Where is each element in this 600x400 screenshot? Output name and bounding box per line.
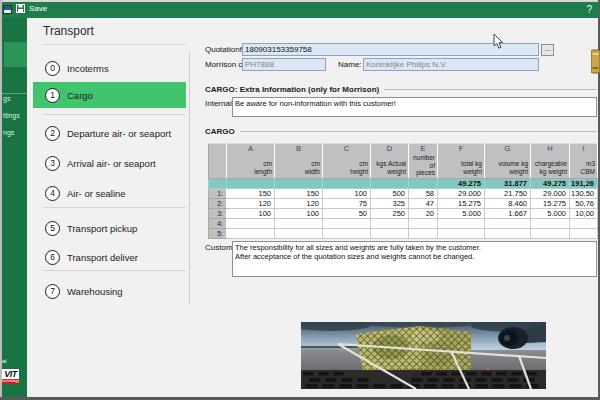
- book-icon[interactable]: [591, 49, 600, 74]
- table-cell[interactable]: [275, 218, 323, 228]
- column-header-C[interactable]: Ccm height: [323, 144, 371, 179]
- wizard-step-transport-deliver[interactable]: 6Transport deliver: [33, 244, 186, 270]
- table-cell[interactable]: 5.000: [438, 208, 485, 218]
- column-header-F[interactable]: Ftotal kg weight: [438, 144, 485, 179]
- table-cell[interactable]: 75: [323, 198, 371, 208]
- column-header-H[interactable]: Hchargeable kg weight: [531, 144, 570, 179]
- internal-info-textarea[interactable]: Be aware for non-information with this c…: [232, 97, 597, 117]
- vendor-logo-subtext: technology: [2, 379, 19, 384]
- window-border-left: [0, 0, 2, 400]
- table-cell[interactable]: [409, 218, 438, 228]
- table-cell[interactable]: 50,76: [570, 198, 598, 208]
- table-cell[interactable]: [323, 218, 371, 228]
- table-cell[interactable]: 21.750: [485, 188, 531, 198]
- table-cell[interactable]: 325: [371, 198, 409, 208]
- column-header-G[interactable]: Gvolume kg weight: [485, 144, 531, 179]
- row-header[interactable]: 5:: [209, 228, 227, 238]
- wizard-step-departure-air-or-seaport[interactable]: 2Departure air- or seaport: [33, 120, 186, 146]
- wizard-step-air-or-sealine[interactable]: 4Air- or sealine: [33, 180, 186, 206]
- cargo-table[interactable]: Acm lengthBcm widthCcm heightDkgs Actual…: [208, 143, 598, 239]
- customer-name-input[interactable]: Koninklijke Philips N.V.: [363, 58, 539, 71]
- table-cell[interactable]: 120: [275, 198, 323, 208]
- table-cell[interactable]: 8.460: [485, 198, 531, 208]
- column-header-B[interactable]: Bcm width: [275, 144, 323, 179]
- help-button[interactable]: ?: [586, 4, 592, 15]
- column-header-A[interactable]: Acm length: [227, 144, 275, 179]
- table-cell[interactable]: [323, 228, 371, 238]
- step-label: Cargo: [67, 90, 93, 101]
- table-cell[interactable]: [275, 228, 323, 238]
- table-cell[interactable]: [438, 218, 485, 228]
- table-cell[interactable]: 100: [275, 208, 323, 218]
- table-cell[interactable]: [570, 228, 598, 238]
- table-cell[interactable]: 15.275: [531, 198, 570, 208]
- table-cell[interactable]: 500: [371, 188, 409, 198]
- morrison-code-input[interactable]: PH7888: [242, 58, 326, 71]
- sidebar-item[interactable]: ngs: [3, 129, 14, 136]
- browse-button[interactable]: ...: [541, 44, 554, 56]
- table-cell[interactable]: [570, 218, 598, 228]
- step-group-divider: [43, 207, 186, 208]
- sidebar: gsttingsngs al VIT technology: [2, 18, 27, 397]
- table-cell[interactable]: 20: [409, 208, 438, 218]
- table-cell[interactable]: [438, 228, 485, 238]
- table-cell[interactable]: [371, 228, 409, 238]
- wizard-step-warehousing[interactable]: 7Warehousing: [33, 278, 186, 304]
- extra-info-group-title: CARGO: Extra Information (only for Morri…: [205, 85, 379, 94]
- row-header[interactable]: 3:: [209, 208, 227, 218]
- table-cell[interactable]: 15.275: [438, 198, 485, 208]
- table-cell[interactable]: [485, 228, 531, 238]
- wizard-step-cargo[interactable]: 1Cargo: [33, 82, 186, 108]
- column-header-E[interactable]: Enumber of pieces: [409, 144, 438, 179]
- table-cell[interactable]: [409, 228, 438, 238]
- table-cell[interactable]: 47: [409, 198, 438, 208]
- wizard-step-arrival-air-or-seaport[interactable]: 3Arrival air- or seaport: [33, 150, 186, 176]
- totals-cell: 49.275: [531, 178, 570, 188]
- customer-info-textarea[interactable]: The responsibility for all sizes and wei…: [232, 241, 597, 277]
- table-cell[interactable]: 120: [227, 198, 275, 208]
- table-cell[interactable]: 130,50: [570, 188, 598, 198]
- table-cell[interactable]: [371, 218, 409, 228]
- table-cell[interactable]: 29.000: [531, 188, 570, 198]
- table-corner-cell: [209, 144, 227, 179]
- table-row: 4:: [209, 218, 598, 228]
- table-cell[interactable]: 50: [323, 208, 371, 218]
- sidebar-item[interactable]: ttings: [3, 112, 20, 119]
- wizard-step-incoterms[interactable]: 0Incoterms: [33, 55, 186, 81]
- wizard-step-transport-pickup[interactable]: 5Transport pickup: [33, 215, 186, 241]
- table-cell[interactable]: 100: [227, 208, 275, 218]
- table-cell[interactable]: [485, 218, 531, 228]
- row-header[interactable]: 4:: [209, 218, 227, 228]
- step-label: Arrival air- or seaport: [67, 158, 156, 169]
- table-cell[interactable]: [531, 228, 570, 238]
- table-cell[interactable]: 150: [275, 188, 323, 198]
- step-number-circle: 2: [45, 126, 60, 141]
- step-number-circle: 6: [45, 250, 60, 265]
- table-cell[interactable]: [227, 218, 275, 228]
- table-cell[interactable]: 58: [409, 188, 438, 198]
- save-button[interactable]: Save: [16, 4, 47, 13]
- table-cell[interactable]: 150: [227, 188, 275, 198]
- table-cell[interactable]: 250: [371, 208, 409, 218]
- column-header-I[interactable]: Im3 CBM: [570, 144, 598, 179]
- column-header-D[interactable]: Dkgs Actual weight: [371, 144, 409, 179]
- table-cell[interactable]: 10,00: [570, 208, 598, 218]
- totals-cell: [323, 178, 371, 188]
- table-cell[interactable]: 29.000: [438, 188, 485, 198]
- table-row: 2:120120753254715.2758.46015.27550,76: [209, 198, 598, 208]
- step-number-circle: 5: [45, 221, 60, 236]
- table-cell[interactable]: [227, 228, 275, 238]
- step-label: Transport pickup: [67, 223, 137, 234]
- row-header[interactable]: 1:: [209, 188, 227, 198]
- table-cell[interactable]: 100: [323, 188, 371, 198]
- table-cell[interactable]: 1.667: [485, 208, 531, 218]
- totals-cell: [409, 178, 438, 188]
- row-header[interactable]: 2:: [209, 198, 227, 208]
- table-cell[interactable]: [531, 218, 570, 228]
- table-cell[interactable]: 5.000: [531, 208, 570, 218]
- table-row: 1:1501501005005829.00021.75029.000130,50: [209, 188, 598, 198]
- sidebar-selected-item[interactable]: [4, 42, 27, 67]
- app-menu-icon[interactable]: [3, 5, 12, 14]
- sidebar-item[interactable]: gs: [3, 95, 10, 102]
- totals-cell: [227, 178, 275, 188]
